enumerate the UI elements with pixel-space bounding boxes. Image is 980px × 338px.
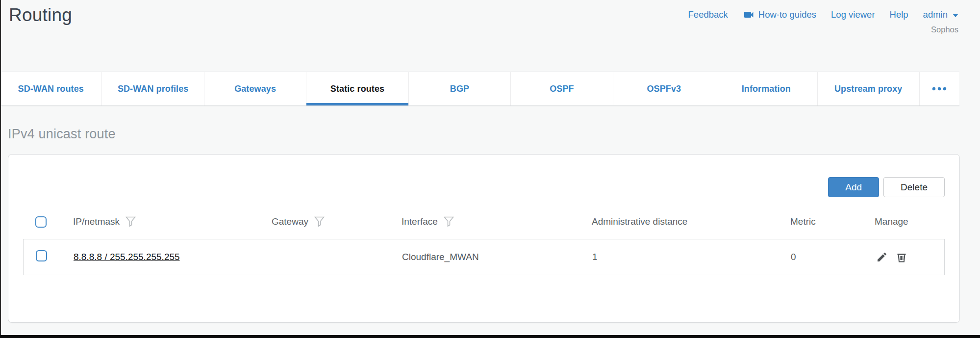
route-interface-cell: Cloudflare_MWAN [402, 252, 592, 262]
ellipsis-icon [932, 87, 947, 91]
tab-ospfv3[interactable]: OSPFv3 [613, 72, 715, 105]
route-ip-link[interactable]: 8.8.8.8 / 255.255.255.255 [74, 252, 180, 262]
tab-bar: SD-WAN routes SD-WAN profiles Gateways S… [0, 72, 959, 106]
filter-icon[interactable] [126, 216, 136, 227]
column-header-ip-netmask: IP/netmask [73, 216, 272, 227]
tab-gateways[interactable]: Gateways [204, 72, 306, 105]
select-all-checkbox[interactable] [35, 216, 47, 228]
tab-bgp[interactable]: BGP [408, 72, 510, 105]
howto-guides-link[interactable]: How-to guides [743, 9, 816, 21]
main-content: IPv4 unicast route Add Delete IP/netmask… [0, 127, 980, 323]
column-header-gateway: Gateway [272, 216, 402, 227]
edit-button[interactable] [875, 250, 889, 264]
feedback-link[interactable]: Feedback [688, 9, 728, 20]
table-header-row: IP/netmask Gateway Interface Administrat… [23, 214, 945, 230]
delete-row-button[interactable] [895, 250, 908, 264]
route-ip-cell: 8.8.8.8 / 255.255.255.255 [74, 252, 272, 262]
tab-static-routes[interactable]: Static routes [306, 72, 408, 105]
help-link[interactable]: Help [890, 9, 908, 20]
brand-label: Sophos [931, 25, 958, 34]
column-header-admin-distance: Administrative distance [592, 216, 790, 227]
window-left-edge [0, 0, 1, 338]
tab-overflow-button[interactable] [919, 72, 959, 105]
log-viewer-link[interactable]: Log viewer [831, 9, 875, 20]
caret-down-icon [953, 14, 958, 17]
tab-sdwan-profiles[interactable]: SD-WAN profiles [101, 72, 203, 105]
tab-sdwan-routes[interactable]: SD-WAN routes [0, 72, 101, 105]
pencil-icon [876, 257, 888, 264]
route-admin-distance-cell: 1 [592, 252, 791, 262]
page-header: Routing Feedback How-to guides Log viewe… [0, 0, 980, 72]
row-checkbox[interactable] [36, 250, 47, 261]
trash-icon [896, 258, 907, 265]
column-header-interface: Interface [402, 216, 592, 227]
static-routes-panel: Add Delete IP/netmask Gateway Interface [8, 154, 960, 323]
add-button[interactable]: Add [828, 177, 879, 197]
tab-information[interactable]: Information [715, 72, 817, 105]
admin-menu-button[interactable]: admin [923, 9, 958, 20]
window-bottom-edge [0, 335, 980, 338]
delete-button[interactable]: Delete [883, 177, 945, 197]
top-nav: Feedback How-to guides Log viewer Help a… [688, 9, 958, 21]
table-row: 8.8.8.8 / 255.255.255.255 Cloudflare_MWA… [23, 239, 945, 275]
tab-ospf[interactable]: OSPF [510, 72, 612, 105]
tab-upstream-proxy[interactable]: Upstream proxy [817, 72, 919, 105]
column-header-metric: Metric [790, 216, 875, 227]
video-camera-icon [743, 9, 754, 21]
route-metric-cell: 0 [791, 252, 875, 262]
section-title: IPv4 unicast route [8, 127, 972, 142]
page-title: Routing [9, 5, 72, 26]
filter-icon[interactable] [314, 216, 325, 227]
table-actions: Add Delete [23, 177, 945, 197]
filter-icon[interactable] [444, 216, 454, 227]
route-manage-cell [875, 250, 944, 264]
column-header-manage: Manage [875, 216, 945, 227]
